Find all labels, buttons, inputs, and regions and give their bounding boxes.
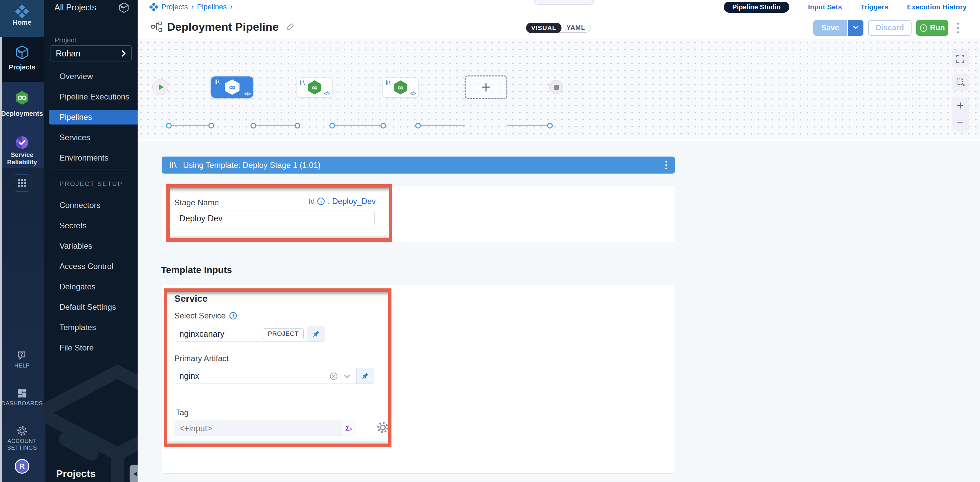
- deployment-stage-icon: ∞: [308, 81, 321, 95]
- sidebar-item-environments[interactable]: Environments: [44, 151, 138, 165]
- all-projects-cube-icon[interactable]: [118, 2, 130, 13]
- node-port[interactable]: [208, 123, 214, 128]
- node-port[interactable]: [547, 123, 553, 128]
- sidebar-item-label: Secrets: [59, 221, 86, 230]
- deployment-stage-icon: ∞: [225, 79, 240, 95]
- tab-input-sets[interactable]: Input Sets: [808, 3, 842, 11]
- toggle-visual[interactable]: VISUAL: [526, 23, 562, 33]
- zoom-out-button[interactable]: [956, 119, 965, 127]
- breadcrumb-projects-link[interactable]: Projects: [161, 3, 188, 11]
- sidebar-item-label: Templates: [59, 323, 96, 332]
- sidebar-item-access-control[interactable]: Access Control: [44, 259, 138, 274]
- sidebar-item-label: Connectors: [59, 201, 100, 210]
- deployments-icon: [14, 90, 30, 105]
- pipeline-end-node[interactable]: [549, 80, 563, 94]
- rail-item-label: DASHBOARDS: [0, 400, 44, 407]
- grid-icon: [18, 179, 26, 187]
- project-setup-section-title: PROJECT SETUP: [59, 180, 123, 188]
- sidebar-collapse-handle[interactable]: [130, 465, 138, 482]
- discard-button[interactable]: Discard: [868, 20, 912, 36]
- avatar[interactable]: R: [15, 459, 29, 474]
- window-edge-scrollbar[interactable]: [0, 37, 2, 482]
- node-port[interactable]: [294, 123, 300, 128]
- edge: [418, 125, 465, 126]
- sidebar-item-default-settings[interactable]: Default Settings: [44, 300, 138, 314]
- node-port[interactable]: [250, 123, 256, 128]
- pipeline-canvas[interactable]: ∞ </> ∞ </> ∞ </> Deploy Dev: [138, 39, 980, 140]
- sidebar-item-templates[interactable]: Templates: [44, 320, 138, 335]
- sidebar-item-overview[interactable]: Overview: [44, 69, 138, 84]
- sidebar-item-label: Environments: [59, 153, 108, 163]
- all-projects-label[interactable]: All Projects: [54, 3, 96, 12]
- pipeline-start-node[interactable]: [152, 79, 169, 95]
- gear-icon: [16, 425, 28, 437]
- tab-triggers[interactable]: Triggers: [861, 3, 888, 11]
- sidebar-item-services[interactable]: Services: [44, 130, 138, 145]
- rail-item-help[interactable]: ? HELP: [0, 350, 44, 369]
- stage-node-deploy-to-qa[interactable]: ∞ </>: [297, 78, 332, 97]
- canvas-zoom-controls: [951, 97, 969, 132]
- edge: [332, 125, 383, 126]
- node-port[interactable]: [415, 123, 421, 128]
- sidebar-item-label: Pipeline Executions: [59, 92, 129, 101]
- rail-item-account-settings[interactable]: ACCOUNT SETTINGS: [0, 425, 44, 451]
- project-label: Project: [54, 36, 76, 44]
- breadcrumb-pipelines-link[interactable]: Pipelines: [197, 3, 227, 11]
- dashboards-icon: [16, 387, 28, 399]
- project-selector[interactable]: Rohan: [50, 45, 132, 62]
- save-button[interactable]: Save: [813, 20, 847, 36]
- sidebar-item-connectors[interactable]: Connectors: [44, 198, 138, 212]
- project-sidebar: All Projects Project Rohan Overview Pipe…: [44, 0, 138, 482]
- rail-item-label: Home: [0, 19, 44, 26]
- template-banner: Using Template: Deploy Stage 1 (1.01): [162, 157, 675, 174]
- popover-remnant: [535, 0, 594, 5]
- rail-item-dashboards[interactable]: DASHBOARDS: [0, 387, 44, 407]
- code-icon: </>: [244, 91, 250, 97]
- stage-node-deploy-to-prod[interactable]: ∞ </>: [383, 78, 418, 97]
- zoom-in-button[interactable]: [956, 101, 965, 110]
- canvas-fit-view-button[interactable]: [951, 50, 969, 67]
- stop-icon: [554, 85, 559, 90]
- node-port[interactable]: [329, 123, 335, 128]
- module-picker-button[interactable]: [13, 174, 32, 192]
- tab-pipeline-studio[interactable]: Pipeline Studio: [724, 2, 789, 13]
- template-inputs-heading: Template Inputs: [161, 265, 232, 275]
- rail-item-projects[interactable]: Projects: [0, 37, 44, 82]
- stage-node-deploy-dev[interactable]: ∞ </>: [211, 76, 253, 98]
- rail-item-label: HELP: [0, 363, 44, 369]
- sidebar-item-file-store[interactable]: File Store: [44, 341, 138, 355]
- breadcrumb-separator: ›: [191, 3, 193, 11]
- service-reliability-icon: [15, 135, 29, 150]
- save-dropdown-button[interactable]: [847, 20, 864, 36]
- stage-config-panel: Using Template: Deploy Stage 1 (1.01) St…: [138, 141, 980, 482]
- add-stage-button[interactable]: [465, 75, 508, 99]
- run-button-label: Run: [930, 23, 945, 32]
- fit-view-icon: [956, 54, 965, 63]
- chevron-down-icon: [853, 25, 859, 29]
- tab-execution-history[interactable]: Execution History: [907, 3, 967, 11]
- toggle-yaml-label: YAML: [566, 24, 585, 32]
- rail-item-home[interactable]: Home: [0, 0, 44, 37]
- run-button[interactable]: Run: [916, 20, 948, 36]
- template-banner-kebab-menu[interactable]: [665, 159, 667, 171]
- sidebar-item-secrets[interactable]: Secrets: [44, 218, 138, 233]
- canvas-select-button[interactable]: [951, 73, 969, 91]
- toggle-yaml[interactable]: YAML: [562, 23, 590, 32]
- template-icon: [300, 80, 305, 85]
- sidebar-item-delegates[interactable]: Delegates: [44, 279, 138, 294]
- sidebar-item-label: Pipelines: [59, 113, 92, 122]
- rail-item-label: Projects: [0, 63, 44, 71]
- node-port[interactable]: [166, 123, 172, 128]
- toolbar-kebab-menu[interactable]: [957, 21, 959, 36]
- sidebar-item-pipelines[interactable]: Pipelines: [49, 110, 138, 125]
- chevron-right-icon: [121, 50, 126, 57]
- sidebar-item-pipeline-executions[interactable]: Pipeline Executions: [44, 89, 138, 104]
- home-icon: [15, 5, 29, 18]
- projects-cube-icon: [14, 45, 30, 60]
- node-port[interactable]: [380, 123, 386, 128]
- sidebar-item-variables[interactable]: Variables: [44, 239, 138, 253]
- deployment-stage-icon: ∞: [394, 81, 407, 95]
- template-icon: [215, 79, 220, 84]
- edit-pencil-icon[interactable]: [286, 22, 294, 31]
- edge: [253, 125, 297, 126]
